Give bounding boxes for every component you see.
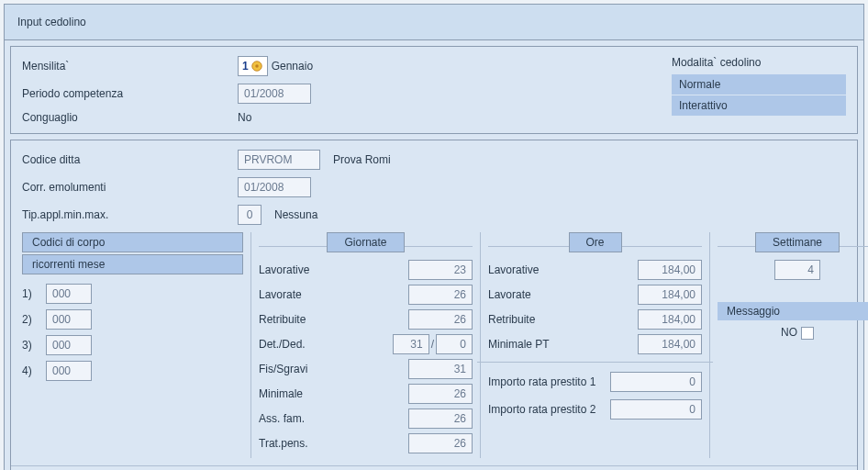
o-minpt-input[interactable]	[638, 334, 702, 354]
codici-row-2-input[interactable]	[46, 309, 92, 330]
g-tratpens-input[interactable]	[408, 433, 473, 453]
g-detded-a-input[interactable]	[393, 334, 429, 354]
g-detded-label: Det./Ded.	[259, 338, 393, 351]
modalita-opt-interattivo[interactable]: Interattivo	[672, 95, 846, 117]
g-retribuite-input[interactable]	[408, 309, 473, 330]
conguaglio-label: Conguaglio	[22, 111, 238, 124]
g-retribuite-label: Retribuite	[259, 313, 408, 326]
messaggio-value: NO	[781, 326, 797, 339]
o-minpt-label: Minimale PT	[488, 338, 638, 351]
o-retribuite-label: Retribuite	[488, 313, 638, 326]
codici-tab-1[interactable]: Codici di corpo	[22, 232, 243, 252]
loan1-input[interactable]	[610, 372, 702, 392]
conguaglio-value: No	[238, 111, 251, 124]
messaggio-header: Messaggio	[718, 302, 868, 320]
g-lavorative-label: Lavorative	[259, 263, 408, 276]
g-lavorative-input[interactable]	[408, 260, 473, 280]
o-lavorative-input[interactable]	[638, 260, 702, 280]
g-lavorate-input[interactable]	[408, 285, 473, 305]
codici-list: 1) 2) 3) 4)	[22, 284, 243, 381]
loan2-label: Importo rata prestito 2	[488, 403, 595, 416]
columns-grid: Codici di corpo ricorrenti mese 1) 2) 3)…	[22, 232, 846, 458]
codici-row-4-num: 4)	[22, 364, 46, 377]
o-lavorative-label: Lavorative	[488, 263, 638, 276]
g-detded-b-input[interactable]	[436, 334, 473, 354]
g-minimale-label: Minimale	[259, 387, 408, 400]
modalita-box: Modalita` cedolino Normale Interattivo	[672, 56, 846, 117]
g-minimale-input[interactable]	[408, 384, 473, 404]
g-assfam-input[interactable]	[408, 408, 473, 429]
codici-row-3-input[interactable]	[46, 335, 92, 355]
g-fis-label: Fis/Sgravi	[259, 363, 408, 375]
ore-column: Ore Lavorative Lavorate Retribuite Minim…	[481, 232, 710, 458]
periodo-label: Periodo competenza	[22, 87, 238, 100]
modalita-label: Modalita` cedolino	[672, 56, 846, 69]
modalita-opt-normale[interactable]: Normale	[672, 74, 846, 95]
loan1-label: Importo rata prestito 1	[488, 375, 595, 388]
o-lavorate-label: Lavorate	[488, 288, 638, 301]
periodo-input[interactable]	[238, 84, 311, 104]
codici-row-3-num: 3)	[22, 339, 46, 352]
settimane-column: Settimane Messaggio NO	[710, 232, 868, 458]
mensilita-number: 1	[242, 60, 249, 73]
messaggio-checkbox[interactable]	[801, 327, 814, 340]
tip-appl-input[interactable]	[238, 205, 262, 225]
window: Input cedolino Mensilita` 1 Gennaio Peri…	[4, 4, 864, 470]
loan2-input[interactable]	[610, 399, 702, 420]
loan-block: Importo rata prestito 1 Importo rata pre…	[488, 372, 702, 420]
giornate-tab[interactable]: Giornate	[327, 232, 404, 252]
o-retribuite-input[interactable]	[638, 309, 702, 330]
codice-ditta-input[interactable]	[238, 150, 320, 170]
calendar-icon	[250, 60, 263, 73]
codici-row-1-num: 1)	[22, 287, 46, 300]
settimane-tab[interactable]: Settimane	[755, 232, 840, 252]
header-pane: Mensilita` 1 Gennaio Periodo competenza …	[10, 46, 858, 134]
mensilita-calendar[interactable]: 1	[238, 56, 268, 76]
mensilita-label: Mensilita`	[22, 60, 238, 73]
corr-emol-input[interactable]	[238, 177, 311, 197]
giornate-column: Giornate Lavorative Lavorate Retribuite …	[251, 232, 481, 458]
slash-separator: /	[431, 338, 434, 351]
codici-row-4-input[interactable]	[46, 361, 92, 381]
messaggio-block: Messaggio NO	[718, 302, 868, 340]
tip-appl-desc: Nessuna	[274, 208, 317, 221]
codici-column: Codici di corpo ricorrenti mese 1) 2) 3)…	[22, 232, 251, 458]
codice-ditta-label: Codice ditta	[22, 153, 238, 166]
settimane-input[interactable]	[774, 260, 820, 280]
corr-emol-label: Corr. emolumenti	[22, 181, 238, 194]
tip-appl-label: Tip.appl.min.max.	[22, 208, 238, 221]
codici-row-1-input[interactable]	[46, 284, 92, 304]
window-title: Input cedolino	[5, 5, 863, 40]
g-lavorate-label: Lavorate	[259, 288, 408, 301]
main-pane: Codice ditta Prova Romi Corr. emolumenti…	[10, 140, 858, 470]
codici-tab-2[interactable]: ricorrenti mese	[22, 254, 243, 274]
g-tratpens-label: Trat.pens.	[259, 437, 408, 450]
g-assfam-label: Ass. fam.	[259, 412, 408, 425]
svg-point-1	[255, 64, 259, 68]
ore-tab[interactable]: Ore	[569, 232, 622, 252]
codice-ditta-desc: Prova Romi	[333, 153, 391, 166]
codici-row-2-num: 2)	[22, 313, 46, 326]
o-lavorate-input[interactable]	[638, 285, 702, 305]
mensilita-month: Gennaio	[272, 60, 313, 73]
g-fis-input[interactable]	[408, 359, 473, 379]
